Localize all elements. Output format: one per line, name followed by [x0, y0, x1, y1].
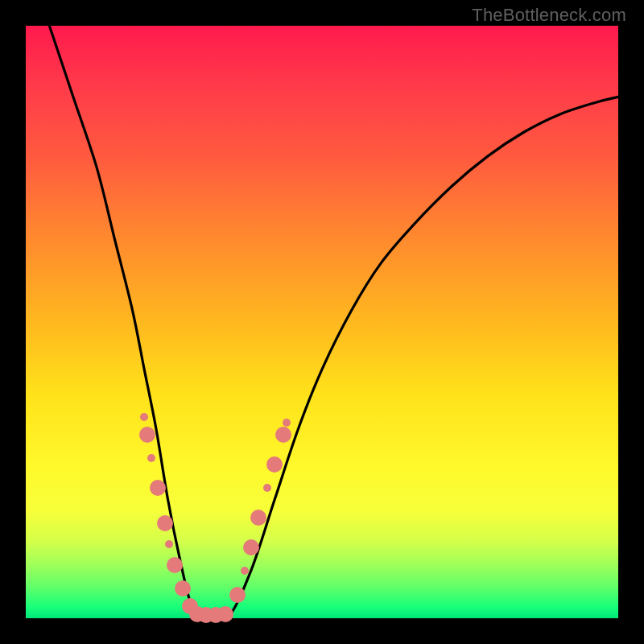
data-marker	[139, 427, 155, 443]
data-marker	[275, 427, 291, 443]
plot-area	[26, 26, 618, 618]
data-marker	[283, 419, 291, 427]
data-marker	[217, 606, 233, 622]
watermark-text: TheBottleneck.com	[472, 5, 626, 26]
data-marker	[140, 413, 148, 421]
chart-frame: TheBottleneck.com	[0, 0, 644, 644]
data-marker	[229, 587, 246, 603]
data-marker	[243, 539, 259, 555]
bottleneck-curve	[26, 26, 618, 618]
data-marker	[266, 456, 283, 473]
data-marker	[250, 510, 266, 526]
